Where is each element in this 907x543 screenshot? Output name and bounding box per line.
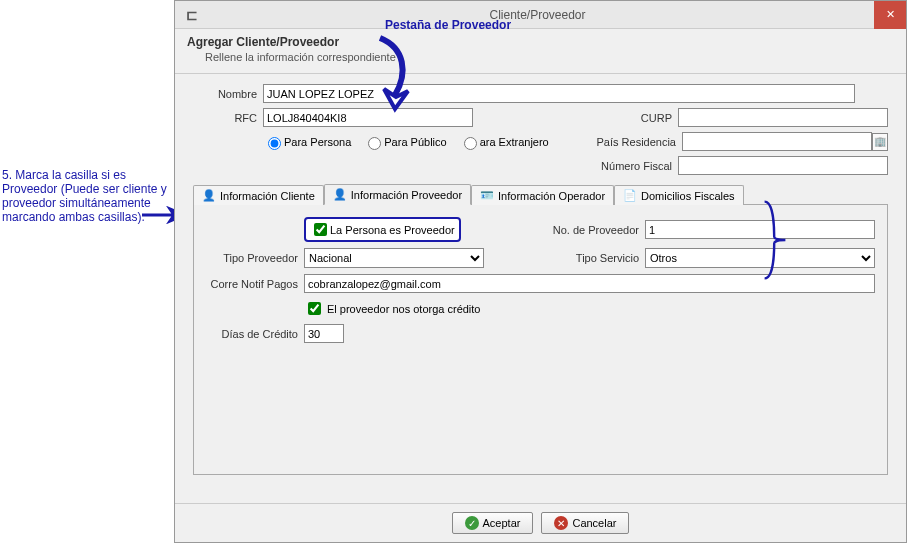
- no-proveedor-label: No. de Proveedor: [535, 224, 645, 236]
- radio-publico-input[interactable]: [368, 137, 381, 150]
- header-section: Agregar Cliente/Proveedor Rellene la inf…: [175, 29, 906, 74]
- tipo-proveedor-label: Tipo Proveedor: [206, 252, 304, 264]
- rfc-label: RFC: [193, 112, 263, 124]
- person-icon: 👤: [202, 189, 216, 202]
- chk-credito-input[interactable]: [308, 302, 321, 315]
- curp-label: CURP: [578, 112, 678, 124]
- cancelar-label: Cancelar: [572, 517, 616, 529]
- chk-credito[interactable]: El proveedor nos otorga crédito: [304, 299, 480, 318]
- chk-es-proveedor[interactable]: La Persona es Proveedor: [304, 217, 461, 242]
- content-area: Nombre Pestaña de Proveedor RFC CURP Par…: [175, 74, 906, 485]
- titlebar: ⊏ Cliente/Proveedor ✕: [175, 1, 906, 29]
- curp-input[interactable]: [678, 108, 888, 127]
- footer: ✓ Aceptar ✕ Cancelar: [175, 503, 906, 542]
- radio-extranjero-input[interactable]: [464, 137, 477, 150]
- header-subtitle: Rellene la información correspondiente: [205, 51, 894, 63]
- close-icon: ✕: [886, 8, 895, 21]
- dialog-window: ⊏ Cliente/Proveedor ✕ Agregar Cliente/Pr…: [174, 0, 907, 543]
- tipo-proveedor-select[interactable]: Nacional: [304, 248, 484, 268]
- arrow-curve-icon: [370, 33, 420, 113]
- nombre-input[interactable]: [263, 84, 855, 103]
- radio-persona[interactable]: Para Persona: [263, 134, 351, 150]
- annotation-tab-hint: Pestaña de Proveedor: [385, 18, 511, 32]
- cancel-icon: ✕: [554, 516, 568, 530]
- aceptar-label: Aceptar: [483, 517, 521, 529]
- numfiscal-label: Número Fiscal: [578, 160, 678, 172]
- lookup-icon[interactable]: 🏢: [872, 133, 888, 151]
- radio-extranjero[interactable]: ara Extranjero: [459, 134, 549, 150]
- window-title: Cliente/Proveedor: [201, 8, 874, 22]
- numfiscal-input[interactable]: [678, 156, 888, 175]
- radio-persona-input[interactable]: [268, 137, 281, 150]
- app-icon: ⊏: [183, 6, 201, 24]
- header-title: Agregar Cliente/Proveedor: [187, 35, 894, 49]
- rfc-input[interactable]: [263, 108, 473, 127]
- ok-icon: ✓: [465, 516, 479, 530]
- tab-domicilios-label: Domicilios Fiscales: [641, 190, 735, 202]
- tab-operador-label: Información Operador: [498, 190, 605, 202]
- radio-publico[interactable]: Para Público: [363, 134, 446, 150]
- pais-input[interactable]: [682, 132, 872, 151]
- aceptar-button[interactable]: ✓ Aceptar: [452, 512, 534, 534]
- tab-operador[interactable]: 🪪 Información Operador: [471, 185, 614, 205]
- tab-proveedor[interactable]: 👤 Información Proveedor: [324, 184, 471, 205]
- chk-es-proveedor-label: La Persona es Proveedor: [330, 224, 455, 236]
- tab-cliente-label: Información Cliente: [220, 190, 315, 202]
- card-icon: 🪪: [480, 189, 494, 202]
- bracket-icon: [760, 200, 790, 280]
- tipo-servicio-label: Tipo Servicio: [535, 252, 645, 264]
- close-button[interactable]: ✕: [874, 1, 906, 29]
- nombre-label: Nombre: [193, 88, 263, 100]
- pais-label: País Residencia: [582, 136, 682, 148]
- chk-es-proveedor-input[interactable]: [314, 223, 327, 236]
- correo-label: Corre Notif Pagos: [206, 278, 304, 290]
- tab-cliente[interactable]: 👤 Información Cliente: [193, 185, 324, 205]
- person-icon: 👤: [333, 188, 347, 201]
- dias-label: Días de Crédito: [206, 328, 304, 340]
- cancelar-button[interactable]: ✕ Cancelar: [541, 512, 629, 534]
- chk-credito-label: El proveedor nos otorga crédito: [327, 303, 480, 315]
- doc-icon: 📄: [623, 189, 637, 202]
- tab-proveedor-label: Información Proveedor: [351, 189, 462, 201]
- dias-input[interactable]: [304, 324, 344, 343]
- tab-domicilios[interactable]: 📄 Domicilios Fiscales: [614, 185, 744, 205]
